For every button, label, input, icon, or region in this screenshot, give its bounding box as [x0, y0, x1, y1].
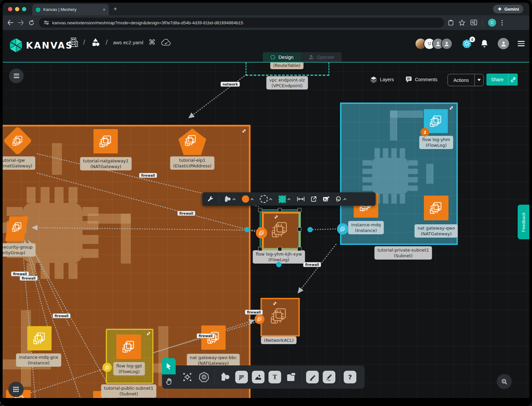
bookmark-star-icon[interactable] — [459, 20, 465, 26]
window-controls[interactable] — [8, 7, 26, 11]
browser-profile-avatar[interactable]: C — [488, 19, 496, 27]
network-acl-label[interactable]: (NetworkACL) — [261, 336, 296, 344]
node-tutorial-natgateway1[interactable] — [93, 129, 118, 153]
border-style-button[interactable] — [258, 192, 275, 206]
network-acl-badge-icon[interactable] — [255, 314, 265, 324]
select-tool-button[interactable] — [162, 358, 176, 374]
forward-icon[interactable] — [18, 20, 24, 25]
app-menu-icon[interactable] — [518, 40, 525, 48]
subnet-port-icon[interactable] — [337, 223, 348, 235]
comment-tool[interactable] — [235, 371, 248, 383]
add-image-button[interactable] — [320, 192, 332, 206]
user-profile-avatar[interactable] — [497, 37, 510, 50]
color-swatch-button[interactable] — [240, 192, 256, 206]
tutorial-private-subnet1-label[interactable]: tutorial-private-subnet1(Subnet) — [374, 246, 432, 260]
selection-handle[interactable] — [297, 247, 301, 251]
selection-handle[interactable] — [297, 208, 301, 212]
selection-handle[interactable] — [258, 208, 262, 212]
pan-tool-button[interactable] — [162, 374, 176, 389]
close-window-button[interactable] — [8, 7, 12, 11]
shapes-icon — [220, 372, 230, 382]
share-button[interactable]: Share — [486, 74, 518, 86]
text-tool[interactable]: T — [268, 371, 281, 383]
cloud-sync-icon[interactable] — [161, 39, 171, 46]
node-port[interactable] — [276, 262, 281, 267]
actions-dropdown[interactable] — [475, 79, 483, 81]
nat-gateway-qwo-label[interactable]: nat gateway-qwo(NATGateway) — [415, 224, 458, 238]
dashed-circle-icon — [260, 195, 268, 203]
image-tool[interactable] — [252, 371, 265, 383]
freehand-pencil-tool[interactable] — [323, 371, 335, 383]
notifications-bell-icon[interactable] — [480, 39, 488, 48]
design-file-name[interactable]: aws ec2.yaml — [113, 40, 143, 45]
selection-handle[interactable] — [278, 208, 282, 212]
pencil-icon — [325, 373, 333, 381]
note-tool[interactable] — [285, 371, 298, 383]
feedback-tab[interactable]: Feedback — [518, 205, 529, 239]
url-text: kanvas.new/extension/meshmap?mode=design… — [52, 20, 243, 25]
node-instance-mdq-gnx[interactable] — [27, 326, 52, 350]
lasso-tool-button[interactable] — [333, 192, 349, 206]
browser-menu-icon[interactable] — [501, 20, 503, 26]
configure-button[interactable] — [205, 192, 216, 206]
fullscreen-window-button[interactable] — [22, 7, 26, 11]
node-network-acl[interactable] — [261, 298, 300, 336]
zoom-button[interactable] — [497, 374, 512, 389]
kanvas-logo[interactable]: KANVAS — [9, 38, 73, 53]
open-in-new-button[interactable] — [308, 192, 319, 206]
gemini-button[interactable]: Gemini — [493, 5, 523, 13]
node-nat-gateway-qwo[interactable] — [424, 196, 448, 220]
organization-icon[interactable] — [69, 37, 78, 47]
annotate-pen-tool[interactable] — [306, 371, 319, 383]
instance-mdq-label[interactable]: instance-mdq(Instance) — [348, 221, 384, 234]
instance-mdq-gnx-label[interactable]: instance-mdq-gnx(Instance) — [16, 353, 61, 367]
selection-handle[interactable] — [278, 247, 282, 251]
side-panel-search-icon[interactable] — [470, 20, 477, 26]
shape-fill-button[interactable] — [276, 192, 293, 206]
canvas-menu-button[interactable] — [9, 69, 24, 83]
shapes-tool[interactable] — [219, 371, 231, 383]
tab-operate[interactable]: Operate — [301, 52, 341, 62]
selection-handle[interactable] — [258, 247, 262, 251]
comments-button[interactable]: Comments — [405, 76, 438, 83]
site-settings-icon[interactable] — [44, 20, 49, 25]
tutorial-natgateway1-label[interactable]: tutorial-natgateway1(NATGateway) — [80, 157, 132, 170]
node-port[interactable] — [245, 227, 250, 232]
command-icon[interactable]: ⌘ — [149, 38, 156, 46]
node-flow-log-gpt[interactable] — [116, 334, 141, 359]
environment-button[interactable]: 0 — [462, 39, 472, 49]
new-tab-button[interactable]: + — [113, 5, 117, 13]
flow-log-gpt-badge-icon[interactable] — [102, 363, 112, 372]
flowlog-badge-icon[interactable] — [256, 227, 267, 239]
node-port[interactable] — [307, 227, 313, 232]
tutorial-public-subnet1-label[interactable]: tutorial-public-subnet1(Subnet) — [101, 384, 156, 398]
operate-mode-icon — [308, 54, 314, 60]
refresh-icon[interactable] — [29, 20, 34, 26]
back-icon[interactable] — [7, 20, 13, 25]
components-tool[interactable] — [181, 371, 194, 383]
save-icon[interactable] — [448, 20, 453, 26]
flow-log-gpt-label[interactable]: flow log-gpt(FlowLog) — [113, 362, 145, 375]
tutorial-eip1-label[interactable]: tutorial-eip1(ElasticIPAddress) — [170, 156, 214, 170]
apps-button[interactable] — [8, 382, 24, 397]
collaborator-avatar[interactable] — [441, 38, 452, 50]
tutorial-igw-label[interactable]: tutorial-igw(InternetGateway) — [0, 156, 35, 170]
help-tool[interactable]: ? — [344, 371, 356, 383]
actions-button[interactable]: Actions — [447, 74, 484, 86]
tab-design[interactable]: Design — [263, 52, 301, 62]
close-tab-button[interactable]: × — [103, 7, 105, 12]
rename-button[interactable] — [294, 192, 307, 206]
shapes-menu-button[interactable] — [222, 192, 238, 206]
kubernetes-tool[interactable] — [198, 371, 210, 383]
address-bar[interactable]: kanvas.new/extension/meshmap?mode=design… — [39, 18, 444, 28]
layers-button[interactable]: Layers — [370, 76, 394, 83]
browser-tab[interactable]: Kanvas | Meshery × — [32, 4, 109, 15]
minimize-window-button[interactable] — [15, 7, 19, 11]
kanvas-logo-text: KANVAS — [26, 40, 73, 51]
flow-log-yhm-label[interactable]: flow log-yhm(FlowLog) — [419, 136, 453, 149]
workspace-shapes-icon[interactable] — [90, 38, 100, 47]
selection-handle[interactable] — [297, 227, 301, 231]
vpc-endpoint-label[interactable]: vpc endpoint-slz(VPCEndpoint) — [266, 76, 308, 90]
share-link-button[interactable] — [508, 77, 518, 82]
security-group-label[interactable]: tutorial-security-group(SecurityGroup) — [0, 243, 36, 257]
